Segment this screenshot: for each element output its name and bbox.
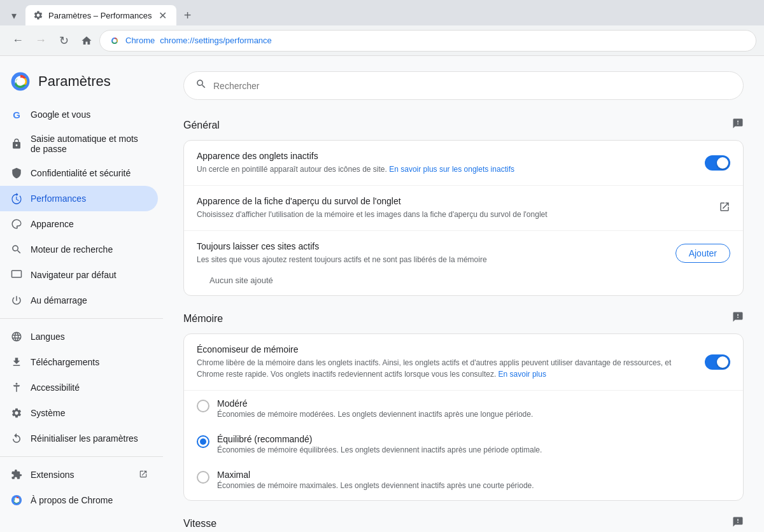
sidebar-item-default-browser-label: Navigateur par défaut xyxy=(31,270,148,280)
sidebar-item-system-label: Système xyxy=(31,408,148,418)
add-site-button[interactable]: Ajouter xyxy=(676,244,730,263)
back-button[interactable]: ← xyxy=(8,31,28,51)
memory-moderate-desc: Économies de mémoire modérées. Les ongle… xyxy=(217,410,533,419)
memory-balanced-radio[interactable] xyxy=(197,435,209,448)
forward-button[interactable]: → xyxy=(31,31,51,51)
memory-feedback-icon[interactable] xyxy=(732,311,744,326)
chrome-logo xyxy=(109,35,120,46)
sidebar: Paramètres G Google et vous Saisie autom… xyxy=(0,56,163,532)
google-icon: G xyxy=(10,108,23,121)
sidebar-item-search-label: Moteur de recherche xyxy=(31,244,148,255)
tab-preview-ext-link-icon[interactable] xyxy=(719,201,730,215)
general-section-title: Général xyxy=(183,120,220,131)
sidebar-item-about[interactable]: À propos de Chrome xyxy=(0,487,158,513)
sidebar-item-appearance[interactable]: Apparence xyxy=(0,211,158,237)
memory-balanced-desc: Économies de mémoire équilibrées. Les on… xyxy=(217,445,542,454)
sidebar-item-extensions-label: Extensions xyxy=(31,470,131,480)
tab-title: Paramètres – Performances xyxy=(48,11,152,20)
default-browser-icon xyxy=(10,269,23,281)
memory-moderate-radio[interactable] xyxy=(197,400,209,412)
always-active-sites-row: Toujours laisser ces sites actifs Les si… xyxy=(184,231,743,295)
performance-icon xyxy=(10,192,23,205)
memory-section-title: Mémoire xyxy=(183,313,223,325)
always-active-desc: Les sites que vous ajoutez restent toujo… xyxy=(197,254,665,265)
sidebar-item-privacy-label: Confidentialité et sécurité xyxy=(31,168,148,178)
memory-maximal-option[interactable]: Maximal Économies de mémoire maximales. … xyxy=(184,462,743,500)
about-icon xyxy=(10,494,23,507)
reload-button[interactable]: ↻ xyxy=(53,31,74,51)
search-container xyxy=(183,71,744,100)
tab-favicon xyxy=(33,10,43,20)
languages-icon xyxy=(10,330,23,343)
memory-economizer-desc: Chrome libère de la mémoire dans les ong… xyxy=(197,357,695,380)
sidebar-item-extensions[interactable]: Extensions xyxy=(0,462,158,487)
address-bar[interactable]: Chrome chrome://settings/performance xyxy=(99,30,756,52)
speed-feedback-icon[interactable] xyxy=(732,516,744,531)
home-button[interactable] xyxy=(76,31,97,51)
startup-icon xyxy=(10,294,23,307)
memory-maximal-radio[interactable] xyxy=(197,471,209,484)
inactive-tabs-row: Apparence des onglets inactifs Un cercle… xyxy=(184,141,743,186)
active-tab[interactable]: Paramètres – Performances ✕ xyxy=(25,5,176,25)
memory-balanced-option[interactable]: Équilibré (recommandé) Économies de mémo… xyxy=(184,426,743,462)
tab-dropdown[interactable]: ▾ xyxy=(5,6,23,24)
sidebar-item-default-browser[interactable]: Navigateur par défaut xyxy=(0,262,158,288)
svg-point-5 xyxy=(16,383,18,385)
sidebar-item-google[interactable]: G Google et vous xyxy=(0,102,158,127)
sidebar-item-languages-label: Langues xyxy=(31,332,148,342)
sidebar-item-reset-label: Réinitialiser les paramètres xyxy=(31,433,148,444)
sidebar-item-downloads-label: Téléchargements xyxy=(31,357,148,367)
svg-rect-4 xyxy=(12,270,22,277)
general-feedback-icon[interactable] xyxy=(732,118,744,132)
memory-section-header: Mémoire xyxy=(183,311,744,326)
memory-balanced-label: Équilibré (recommandé) xyxy=(217,434,542,444)
sidebar-item-autofill[interactable]: Saisie automatique et mots de passe xyxy=(0,127,158,160)
speed-section-title: Vitesse xyxy=(183,518,216,529)
inactive-tabs-link[interactable]: En savoir plus sur les onglets inactifs xyxy=(389,165,514,174)
sidebar-item-startup-label: Au démarrage xyxy=(31,295,148,305)
no-sites-text: Aucun site ajouté xyxy=(197,270,286,295)
sidebar-item-about-label: À propos de Chrome xyxy=(31,495,148,505)
tab-preview-title: Apparence de la fiche d'aperçu du survol… xyxy=(197,196,709,206)
url-display: chrome://settings/performance xyxy=(160,36,272,45)
tab-preview-desc: Choisissez d'afficher l'utilisation de l… xyxy=(197,209,709,220)
new-tab-button[interactable]: + xyxy=(179,6,197,24)
inactive-tabs-title: Apparence des onglets inactifs xyxy=(197,151,695,161)
memory-moderate-option[interactable]: Modéré Économies de mémoire modérées. Le… xyxy=(184,391,743,426)
search-engine-icon xyxy=(10,243,23,256)
memory-economizer-title: Économiseur de mémoire xyxy=(197,344,695,354)
memory-maximal-desc: Économies de mémoire maximales. Les ongl… xyxy=(217,481,534,490)
browser-name: Chrome xyxy=(125,36,155,45)
extensions-icon xyxy=(10,468,23,481)
sidebar-item-privacy[interactable]: Confidentialité et sécurité xyxy=(0,160,158,186)
inactive-tabs-toggle[interactable] xyxy=(705,155,730,171)
privacy-icon xyxy=(10,167,23,179)
memory-moderate-label: Modéré xyxy=(217,398,533,409)
sidebar-item-appearance-label: Apparence xyxy=(31,219,148,229)
settings-logo xyxy=(10,71,31,92)
sidebar-item-languages[interactable]: Langues xyxy=(0,324,158,349)
sidebar-item-downloads[interactable]: Téléchargements xyxy=(0,349,158,375)
appearance-icon xyxy=(10,218,23,230)
memory-economizer-row: Économiseur de mémoire Chrome libère de … xyxy=(184,334,743,391)
svg-point-1 xyxy=(113,39,117,43)
sidebar-item-search[interactable]: Moteur de recherche xyxy=(0,237,158,262)
accessibility-icon xyxy=(10,381,23,394)
memory-economizer-toggle[interactable] xyxy=(705,354,730,370)
search-icon xyxy=(195,78,207,93)
external-link-icon xyxy=(139,470,148,480)
memory-economizer-link[interactable]: En savoir plus xyxy=(499,370,546,379)
reset-icon xyxy=(10,432,23,445)
downloads-icon xyxy=(10,356,23,368)
sidebar-item-reset[interactable]: Réinitialiser les paramètres xyxy=(0,426,158,451)
settings-title: Paramètres xyxy=(38,73,111,90)
sidebar-item-system[interactable]: Système xyxy=(0,400,158,426)
search-input[interactable] xyxy=(213,81,732,91)
sidebar-item-performance[interactable]: Performances xyxy=(0,186,158,211)
sidebar-item-accessibility[interactable]: Accessibilité xyxy=(0,375,158,400)
sidebar-header: Paramètres xyxy=(0,66,163,102)
tab-close-button[interactable]: ✕ xyxy=(157,10,169,21)
sidebar-item-google-label: Google et vous xyxy=(31,109,148,120)
general-section-header: Général xyxy=(183,118,744,132)
sidebar-item-startup[interactable]: Au démarrage xyxy=(0,288,158,313)
